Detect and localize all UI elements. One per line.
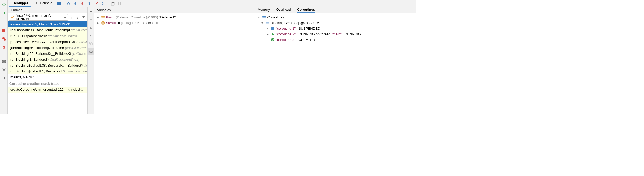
filter-icon[interactable]: [81, 15, 86, 20]
variable-row[interactable]: ▸ this = {DeferredCoroutine@1006} "Defer…: [94, 14, 255, 20]
chevron-down-icon: ▾: [64, 16, 66, 20]
coroutines-panel: Memory Overhead Coroutines ▾ Coroutines▾…: [255, 7, 416, 114]
console-tab-label: Console: [40, 1, 52, 5]
show-watches-icon[interactable]: [88, 48, 94, 55]
svg-point-32: [112, 4, 112, 4]
frame-row[interactable]: joinBlocking:84, BlockingCoroutine (kotl…: [8, 45, 87, 51]
frame-row[interactable]: runBlocking$default:1, BuildersKt (kotli…: [8, 68, 87, 74]
frame-row[interactable]: invokeSuspend:5, MainKt$main$1$a$1: [8, 21, 87, 27]
svg-text:p: p: [102, 22, 103, 24]
pause-icon[interactable]: [1, 18, 7, 25]
frame-row[interactable]: runBlocking$default:38, BuildersKt__Buil…: [8, 63, 87, 68]
expand-icon[interactable]: ▾: [260, 20, 264, 26]
expand-icon[interactable]: ▸: [96, 14, 100, 20]
new-watch-icon[interactable]: [88, 8, 94, 14]
svg-rect-58: [262, 18, 266, 18]
svg-rect-8: [2, 60, 6, 63]
overhead-tab[interactable]: Overhead: [276, 8, 291, 13]
stack-icon: [265, 21, 270, 25]
prev-frame-icon: ↑: [69, 15, 74, 20]
watch-down-icon: ▼: [88, 32, 94, 39]
svg-rect-1: [3, 20, 3, 23]
svg-rect-52: [101, 17, 105, 17]
variable-row[interactable]: ▸p $result = {Unit@1005} "kotlin.Unit": [94, 20, 255, 26]
svg-point-35: [112, 5, 112, 5]
mute-breakpoints-icon[interactable]: [1, 44, 7, 51]
frame-row[interactable]: createCoroutineUnintercepted:122, Intrin…: [8, 87, 87, 93]
svg-rect-64: [271, 29, 274, 30]
memory-tab[interactable]: Memory: [258, 8, 270, 13]
show-exec-point-icon[interactable]: [65, 0, 72, 7]
svg-rect-61: [266, 24, 269, 24]
resume-icon[interactable]: [1, 10, 7, 16]
variables-panel: Variables ▸ this = {DeferredCoroutine@10…: [94, 7, 255, 114]
run-icon: [271, 32, 275, 36]
threads-icon[interactable]: [56, 0, 62, 7]
svg-rect-57: [262, 17, 266, 17]
coroutine-node[interactable]: ▸ "coroutine:1": SUSPENDED: [255, 26, 416, 31]
svg-point-33: [113, 4, 113, 4]
trace-current-stream-icon: [116, 0, 123, 7]
top-toolbar: Debugger Console: [8, 0, 416, 7]
frames-header: Frames: [8, 7, 87, 13]
svg-rect-2: [5, 20, 5, 23]
coroutine-node[interactable]: "coroutine:3": CREATED: [255, 37, 416, 43]
thread-selector[interactable]: "main"@1 in gr…main": RUNNING ▾: [9, 14, 68, 21]
expand-icon[interactable]: ▸: [96, 20, 100, 26]
frame-row[interactable]: runBlocking:59, BuildersKt__BuildersKt (…: [8, 51, 87, 57]
coroutines-root[interactable]: ▾ Coroutines: [255, 14, 416, 20]
console-run-icon: [35, 1, 38, 5]
svg-rect-53: [101, 18, 105, 18]
stack-icon: [262, 15, 266, 20]
frame-row[interactable]: runBlocking:1, BuildersKt (kotlinx.corou…: [8, 57, 87, 63]
view-breakpoints-icon[interactable]: [1, 36, 7, 42]
expand-icon[interactable]: ▾: [257, 14, 261, 20]
thread-label: "main"@1 in gr…main": RUNNING: [16, 14, 63, 21]
svg-rect-63: [271, 28, 274, 29]
evaluate-icon[interactable]: [109, 0, 116, 7]
svg-point-34: [113, 4, 114, 4]
dispatcher-node[interactable]: ▾ BlockingEventLoop@7b3300e5: [255, 20, 416, 26]
svg-line-17: [5, 71, 5, 71]
frame-row[interactable]: main:3, MainKt: [8, 74, 87, 80]
pin-icon[interactable]: [1, 75, 7, 82]
step-into-icon[interactable]: [79, 0, 86, 7]
step-out-icon[interactable]: [86, 0, 93, 7]
svg-rect-51: [101, 16, 105, 17]
svg-point-9: [3, 61, 5, 62]
check-icon: [10, 15, 14, 20]
check-circle-icon: [271, 38, 275, 42]
run-to-cursor-icon[interactable]: [100, 0, 106, 7]
coroutines-tree[interactable]: ▾ Coroutines▾ BlockingEventLoop@7b3300e5…: [255, 13, 416, 114]
step-over-icon[interactable]: [72, 0, 79, 7]
duplicate-watch-icon: [88, 40, 94, 47]
frames-list[interactable]: invokeSuspend:5, MainKt$main$1$a$1resume…: [8, 21, 87, 114]
drop-frame-icon[interactable]: [93, 0, 99, 7]
watch-up-icon: ▲: [88, 24, 94, 30]
stop-icon[interactable]: [1, 27, 7, 33]
property-icon: [101, 15, 105, 20]
svg-line-19: [5, 68, 5, 69]
rerun-icon[interactable]: [1, 1, 7, 8]
vars-rail: ▲ ▼: [87, 7, 94, 114]
svg-point-37: [113, 5, 114, 5]
frame-row[interactable]: processNextEvent:274, EventLoopImplBase …: [8, 39, 87, 45]
svg-rect-60: [266, 22, 269, 23]
frame-row[interactable]: resumeWith:33, BaseContinuationImpl (kot…: [8, 27, 87, 33]
param-icon: p: [101, 21, 105, 25]
console-tab[interactable]: Console: [32, 0, 55, 7]
svg-rect-3: [2, 29, 5, 32]
next-frame-icon[interactable]: ↓: [75, 15, 80, 20]
coroutine-node[interactable]: ▸ "coroutine:2": RUNNING on thread "main…: [255, 31, 416, 37]
expand-icon[interactable]: ▸: [266, 31, 270, 37]
svg-point-5: [4, 39, 6, 41]
camera-icon[interactable]: [1, 58, 7, 64]
svg-rect-62: [271, 27, 274, 28]
variables-tree[interactable]: ▸ this = {DeferredCoroutine@1006} "Defer…: [94, 13, 255, 114]
debugger-tab[interactable]: Debugger: [9, 0, 31, 7]
expand-icon[interactable]: ▸: [266, 26, 270, 31]
coroutines-tab[interactable]: Coroutines: [297, 8, 315, 13]
frame-row[interactable]: run:56, DispatchedTask (kotlinx.coroutin…: [8, 33, 87, 39]
settings-icon[interactable]: [1, 67, 7, 73]
variables-header: Variables: [94, 7, 255, 13]
